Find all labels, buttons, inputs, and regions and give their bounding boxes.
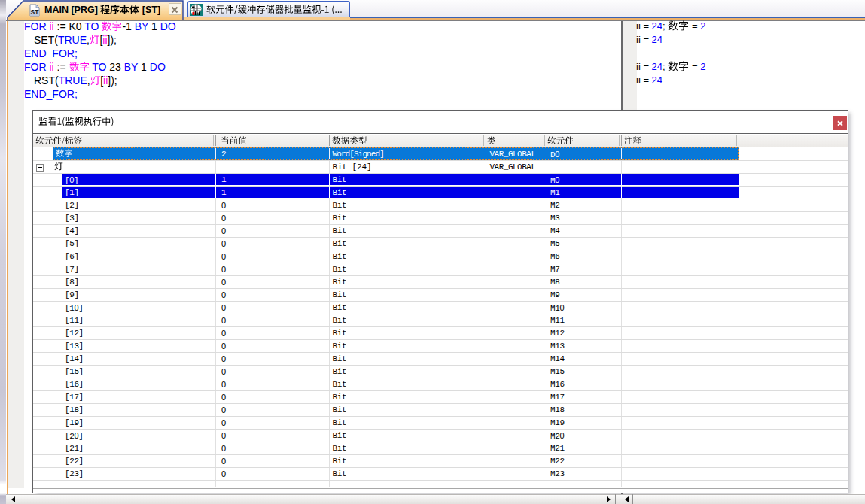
svg-text:ST: ST: [31, 8, 40, 16]
